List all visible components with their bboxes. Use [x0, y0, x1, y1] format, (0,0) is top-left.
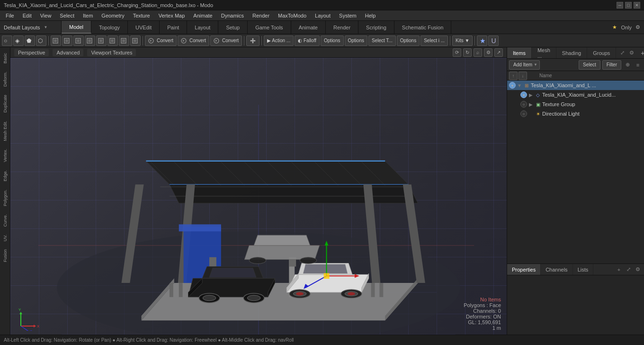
vp-rotate-btn[interactable]: ↻	[463, 48, 472, 57]
tab-topology[interactable]: Topology	[91, 21, 128, 34]
vis-btn-mesh[interactable]: ●	[520, 91, 527, 98]
convert-btn-1[interactable]: Convert	[178, 36, 209, 46]
items-more-btn[interactable]: ≡	[634, 61, 642, 69]
sidebar-tab-fusion[interactable]: Fusion	[1, 245, 9, 266]
expand-texgroup[interactable]: ▶	[528, 102, 534, 107]
tool-icon-2[interactable]: ⬟	[25, 36, 35, 46]
tab-mesh[interactable]: Mesh ...	[532, 47, 556, 58]
sidebar-tab-mesh-edit-[interactable]: Mesh Edit.	[1, 117, 9, 145]
menu-item-geometry[interactable]: Geometry	[98, 12, 128, 19]
panel-expand-btn[interactable]: ⤢	[618, 49, 626, 57]
sidebar-tab-deform-[interactable]: Deform.	[1, 68, 9, 91]
tab-setup[interactable]: Setup	[218, 21, 248, 34]
falloff-btn[interactable]: ◐ Falloff	[295, 36, 320, 46]
tool-transform-6[interactable]	[119, 36, 129, 46]
menu-item-item[interactable]: Item	[79, 12, 97, 19]
tab-items[interactable]: Items	[507, 47, 532, 58]
sidebar-tab-uv-[interactable]: UV.	[1, 231, 9, 245]
panel-add-tab[interactable]: +	[638, 47, 644, 58]
convert-btn-2[interactable]: Convert	[210, 36, 242, 46]
layouts-dropdown[interactable]: Default Layouts ▼	[0, 21, 62, 34]
tab-paint[interactable]: Paint	[160, 21, 187, 34]
items-collapse-btn[interactable]: ⊕	[623, 61, 632, 69]
select-i-btn[interactable]: Select i ...	[420, 36, 448, 46]
menu-item-animate[interactable]: Animate	[189, 12, 216, 19]
filter-button[interactable]: Filter	[602, 60, 621, 70]
add-item-button[interactable]: Add Item ▼	[509, 60, 540, 70]
tool-icon-3[interactable]: ⬡	[36, 36, 46, 46]
select-t-btn[interactable]: Select T...	[368, 36, 396, 46]
settings-icon[interactable]: ⚙	[635, 24, 640, 30]
props-expand-btn[interactable]: ⤢	[624, 265, 633, 274]
menu-item-system[interactable]: System	[335, 12, 360, 19]
props-add-btn[interactable]: +	[615, 265, 623, 274]
tree-item-root[interactable]: ● ▼ ⊞ Tesla_KIA_Xiaomi_and_L ...	[507, 81, 644, 90]
menu-item-maxtomodo[interactable]: MaxToModo	[274, 12, 310, 19]
close-button[interactable]: ✕	[634, 2, 640, 9]
kits-btn[interactable]: Kits ▼	[452, 36, 473, 46]
tree-item-texgroup[interactable]: ○ ▶ ▣ Texture Group	[507, 100, 644, 109]
tool-transform-1[interactable]	[62, 36, 72, 46]
menu-item-edit[interactable]: Edit	[19, 12, 36, 19]
expand-root[interactable]: ▼	[517, 83, 522, 88]
sort-btn-1[interactable]: ↑	[509, 72, 518, 80]
tool-transform-5[interactable]	[107, 36, 118, 46]
advanced-label[interactable]: Advanced	[53, 49, 83, 56]
sidebar-tab-curve-[interactable]: Curve.	[1, 210, 9, 231]
menu-item-help[interactable]: Help	[361, 12, 380, 19]
tab-render[interactable]: Render	[326, 21, 358, 34]
menu-item-select[interactable]: Select	[56, 12, 78, 19]
menu-item-render[interactable]: Render	[249, 12, 273, 19]
tool-transform-4[interactable]	[96, 36, 107, 46]
tab-scripting[interactable]: Scripting	[358, 21, 394, 34]
tool-transform-2[interactable]	[73, 36, 84, 46]
perspective-label[interactable]: Perspective	[14, 49, 49, 56]
menu-item-texture[interactable]: Texture	[129, 12, 154, 19]
move-tool-btn[interactable]	[246, 36, 259, 46]
menu-item-dynamics[interactable]: Dynamics	[217, 12, 248, 19]
options-btn-2[interactable]: Options	[345, 36, 367, 46]
minimize-button[interactable]: ─	[617, 2, 623, 9]
sort-btn-2[interactable]: ↓	[519, 72, 527, 80]
tab-game-tools[interactable]: Game Tools	[248, 21, 291, 34]
sidebar-tab-duplicate[interactable]: Duplicate	[1, 91, 9, 117]
viewport-textures-label[interactable]: Viewport Textures	[87, 49, 136, 56]
vp-expand-btn[interactable]: ↗	[494, 48, 503, 57]
vp-zoom-btn[interactable]: ⌕	[474, 48, 482, 57]
tool-transform-7[interactable]	[130, 36, 141, 46]
action-btn[interactable]: ▶ Action ...	[264, 36, 294, 46]
items-tree[interactable]: ● ▼ ⊞ Tesla_KIA_Xiaomi_and_L ... ● ▶ ◇ T…	[507, 81, 644, 263]
options-btn-3[interactable]: Options	[397, 36, 420, 46]
panel-settings-btn[interactable]: ⚙	[627, 49, 636, 57]
tree-item-light[interactable]: ○ ☀ Directional Light	[507, 109, 644, 118]
tree-item-mesh[interactable]: ● ▶ ◇ Tesla_KIA_Xiaomi_and_Lucid...	[507, 90, 644, 100]
menu-item-file[interactable]: File	[2, 12, 18, 19]
maximize-button[interactable]: □	[625, 2, 632, 9]
tool-transform-3[interactable]	[85, 36, 95, 46]
tab-uvedit[interactable]: UVEdit	[128, 21, 160, 34]
options-btn-1[interactable]: Options	[321, 36, 343, 46]
vis-btn-root[interactable]: ●	[509, 82, 516, 89]
sidebar-tab-edge-[interactable]: Edge.	[1, 166, 9, 185]
tab-layout[interactable]: Layout	[187, 21, 218, 34]
tool-icon-1[interactable]: ◈	[13, 36, 24, 46]
sidebar-tab-basic[interactable]: Basic	[1, 49, 9, 67]
sidebar-tab-polygon-[interactable]: Polygon.	[1, 186, 9, 210]
props-settings-btn[interactable]: ⚙	[634, 265, 642, 274]
tab-schematic-fusion[interactable]: Schematic Fusion	[394, 21, 451, 34]
unreal-icon-btn[interactable]: U	[488, 36, 499, 46]
sidebar-tab-vertex-[interactable]: Vertex.	[1, 145, 9, 166]
tab-lists[interactable]: Lists	[573, 264, 594, 275]
tab-model[interactable]: Model	[62, 21, 91, 34]
scene-canvas[interactable]: No Items Polygons : Face Channels: 0 Def…	[10, 58, 507, 335]
vis-btn-light[interactable]: ○	[520, 110, 527, 117]
tab-channels[interactable]: Channels	[541, 264, 572, 275]
menu-item-vertex-map[interactable]: Vertex Map	[155, 12, 189, 19]
vp-settings-btn[interactable]: ⚙	[484, 48, 492, 57]
expand-mesh[interactable]: ▶	[528, 92, 534, 98]
select-button[interactable]: Select	[579, 60, 600, 70]
vis-btn-texgroup[interactable]: ○	[520, 101, 527, 108]
vp-home-btn[interactable]: ⟳	[453, 48, 461, 57]
tab-groups[interactable]: Groups	[587, 47, 616, 58]
convert-btn-0[interactable]: Convert	[145, 36, 177, 46]
